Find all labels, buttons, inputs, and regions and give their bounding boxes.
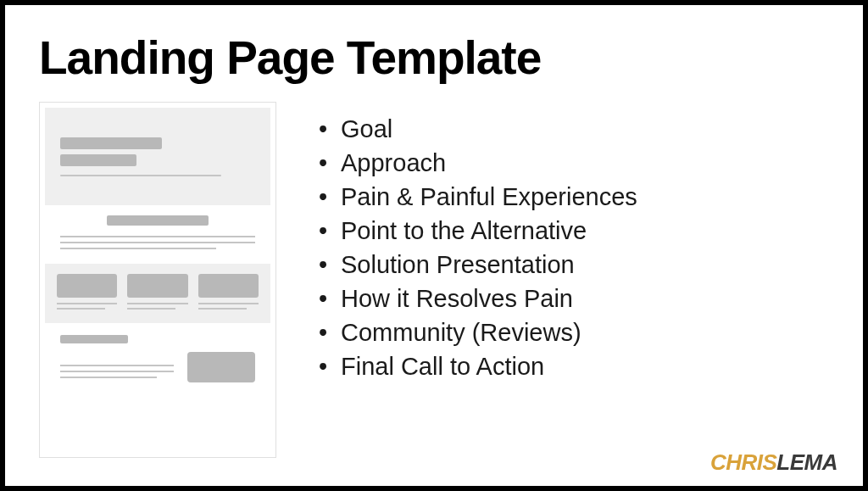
wireframe-section <box>45 205 270 264</box>
wireframe-placeholder <box>198 308 247 310</box>
list-item: Pain & Painful Experiences <box>319 180 637 214</box>
list-item: Approach <box>319 146 637 180</box>
content-row: Goal Approach Pain & Painful Experiences… <box>39 102 829 458</box>
wireframe-column <box>57 274 117 313</box>
wireframe-hero <box>45 108 270 205</box>
list-item: Final Call to Action <box>319 349 637 383</box>
wireframe-mockup <box>39 102 276 458</box>
wireframe-placeholder <box>60 175 221 176</box>
slide-container: Landing Page Template <box>0 0 868 491</box>
wireframe-cta-section <box>45 323 270 394</box>
wireframe-placeholder <box>57 274 117 298</box>
bullet-list: Goal Approach Pain & Painful Experiences… <box>319 102 637 383</box>
list-item: How it Resolves Pain <box>319 282 637 315</box>
wireframe-placeholder <box>198 303 259 304</box>
logo-part1: CHRIS <box>710 449 776 475</box>
logo: CHRISLEMA <box>710 449 837 476</box>
wireframe-placeholder <box>107 215 209 226</box>
wireframe-button <box>187 352 255 382</box>
page-title: Landing Page Template <box>39 31 829 85</box>
wireframe-placeholder <box>60 236 255 237</box>
list-item: Community (Reviews) <box>319 315 637 349</box>
wireframe-row <box>60 352 255 382</box>
wireframe-placeholder <box>60 242 255 243</box>
wireframe-placeholder <box>60 154 136 166</box>
wireframe-column <box>127 274 187 313</box>
wireframe-placeholder <box>127 274 187 298</box>
wireframe-placeholder <box>127 308 175 310</box>
wireframe-placeholder <box>60 248 216 249</box>
wireframe-placeholder <box>57 308 105 310</box>
wireframe-placeholder <box>60 137 162 149</box>
wireframe-column <box>198 274 259 313</box>
wireframe-placeholder <box>60 335 128 343</box>
list-item: Goal <box>319 112 637 146</box>
list-item: Point to the Alternative <box>319 214 637 248</box>
wireframe-placeholder <box>198 274 259 298</box>
wireframe-grid <box>45 264 270 323</box>
list-item: Solution Presentation <box>319 248 637 282</box>
wireframe-placeholder <box>60 365 174 366</box>
wireframe-placeholder <box>57 303 117 304</box>
wireframe-placeholder <box>127 303 187 304</box>
logo-part2: LEMA <box>776 449 837 475</box>
wireframe-placeholder <box>60 371 174 372</box>
wireframe-lines <box>60 365 174 382</box>
wireframe-placeholder <box>60 377 157 378</box>
